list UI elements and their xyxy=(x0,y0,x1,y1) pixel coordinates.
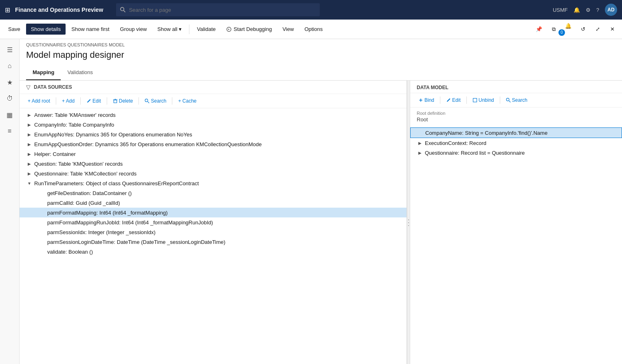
window-icon[interactable]: ⧉ xyxy=(547,23,560,36)
delete-icon xyxy=(113,99,118,103)
show-name-first-button[interactable]: Show name first xyxy=(66,24,114,35)
breadcrumb: QUESTIONNAIRES QUESTIONNAIRES MODEL xyxy=(20,39,622,48)
expand-icon[interactable]: ⤢ xyxy=(591,23,604,36)
list-item[interactable]: ▶ ExecutionContext: Record xyxy=(410,138,622,148)
chevron-right-icon: ▶ xyxy=(417,140,423,146)
chevron-right-icon xyxy=(39,190,46,196)
svg-line-10 xyxy=(509,101,510,103)
chevron-right-icon xyxy=(39,200,46,206)
root-def-value: Root xyxy=(417,116,615,123)
dm-edit-icon xyxy=(446,98,451,103)
cmd-right-icons: 📌 ⧉ 🔔 0 ↺ ⤢ ✕ xyxy=(532,20,619,39)
ds-toolbar: + Add root + Add Edit Delete xyxy=(20,94,407,108)
chevron-right-icon: ▶ xyxy=(26,141,33,147)
delete-button[interactable]: Delete xyxy=(110,96,136,105)
list-item[interactable]: parmFormatMappingRunJobId: Int64 (Int64 … xyxy=(20,217,407,227)
ds-header: ▽ DATA SOURCES xyxy=(20,81,407,94)
page-title: Model mapping designer xyxy=(20,48,622,65)
list-item[interactable]: ▶ EnumAppNoYes: Dynamics 365 for Operati… xyxy=(20,129,407,139)
sidebar-workspaces-icon[interactable]: ▦ xyxy=(2,107,17,122)
pin-icon[interactable]: 📌 xyxy=(532,23,545,36)
settings-icon[interactable]: ⚙ xyxy=(586,7,591,13)
commandbar: Save Show details Show name first Group … xyxy=(0,20,622,39)
list-item[interactable]: ▶ EnumAppQuestionOrder: Dynamics 365 for… xyxy=(20,139,407,149)
cache-button[interactable]: + Cache xyxy=(175,96,200,105)
dm-search-button[interactable]: Search xyxy=(503,96,531,105)
avatar[interactable]: AD xyxy=(605,4,617,16)
notification-badge: 0 xyxy=(558,29,565,36)
data-model-panel: DATA MODEL Bind Edit Unbind xyxy=(410,81,622,364)
list-item[interactable]: getFileDestination: DataContainer () xyxy=(20,188,407,198)
chevron-right-icon xyxy=(39,239,46,245)
list-item[interactable]: CompanyName: String = CompanyInfo.'find(… xyxy=(410,127,622,138)
topbar-right: USMF 🔔 ⚙ ? AD xyxy=(553,4,617,16)
list-item[interactable]: ▶ Helper: Container xyxy=(20,149,407,159)
close-icon[interactable]: ✕ xyxy=(606,23,619,36)
chevron-right-icon xyxy=(39,229,46,235)
page-search-input[interactable] xyxy=(129,7,316,13)
group-view-button[interactable]: Group view xyxy=(115,24,152,35)
svg-line-7 xyxy=(148,102,149,103)
list-item[interactable]: ▶ Question: Table 'KMQuestion' records xyxy=(20,159,407,169)
refresh-icon[interactable]: ↺ xyxy=(576,23,589,36)
dm-sep-2 xyxy=(466,96,467,104)
edit-button[interactable]: Edit xyxy=(83,96,104,105)
dm-sep-3 xyxy=(500,96,500,104)
chevron-right-icon xyxy=(39,219,46,226)
root-def-label: Root definition xyxy=(417,111,615,116)
list-item[interactable]: ▶ CompanyInfo: Table CompanyInfo xyxy=(20,120,407,129)
svg-line-1 xyxy=(124,11,125,12)
toolbar-sep-1 xyxy=(56,97,56,105)
dm-edit-button[interactable]: Edit xyxy=(443,96,464,105)
list-item[interactable]: ▶ Questionnaire: Record list = Questionn… xyxy=(410,148,622,158)
unbind-icon xyxy=(473,98,477,103)
panel-divider[interactable]: ⋮ xyxy=(407,81,410,364)
list-item[interactable]: parmCallId: Guid (Guid _callId) xyxy=(20,198,407,208)
validate-button[interactable]: Validate xyxy=(192,24,220,35)
list-item[interactable]: validate: Boolean () xyxy=(20,247,407,257)
notification-icon[interactable]: 🔔 xyxy=(574,7,580,13)
separator-1 xyxy=(189,24,189,34)
unbind-button[interactable]: Unbind xyxy=(469,96,497,105)
search-button[interactable]: Search xyxy=(141,96,169,105)
tab-validations[interactable]: Validations xyxy=(61,65,99,80)
sidebar: ☰ ⌂ ★ ⏱ ▦ ≡ xyxy=(0,39,20,364)
options-button[interactable]: Options xyxy=(299,24,327,35)
app-title: Finance and Operations Preview xyxy=(15,7,103,13)
help-icon[interactable]: ? xyxy=(596,7,599,13)
search-icon xyxy=(120,7,125,13)
show-details-button[interactable]: Show details xyxy=(26,24,66,35)
add-root-button[interactable]: + Add root xyxy=(24,96,53,105)
list-item[interactable]: ▶ Answer: Table 'KMAnswer' records xyxy=(20,110,407,120)
tab-mapping[interactable]: Mapping xyxy=(26,65,61,80)
add-button[interactable]: + Add xyxy=(59,96,78,105)
sidebar-recent-icon[interactable]: ⏱ xyxy=(2,91,17,106)
save-button[interactable]: Save xyxy=(3,24,25,35)
toolbar-sep-4 xyxy=(138,97,139,105)
list-item[interactable]: parmSessionIdx: Integer (Integer _sessio… xyxy=(20,227,407,237)
toolbar-sep-2 xyxy=(80,97,81,105)
svg-point-6 xyxy=(145,99,148,102)
bind-button[interactable]: Bind xyxy=(415,96,437,105)
show-all-button[interactable]: Show all ▾ xyxy=(152,24,187,35)
root-definition: Root definition Root xyxy=(410,107,622,126)
svg-rect-8 xyxy=(473,99,477,102)
sidebar-menu-icon[interactable]: ☰ xyxy=(2,42,17,57)
dm-toolbar: Bind Edit Unbind Search xyxy=(410,93,622,107)
chevron-icon xyxy=(417,129,424,136)
sidebar-modules-icon[interactable]: ≡ xyxy=(2,124,17,138)
bind-icon xyxy=(418,98,423,103)
start-debugging-button[interactable]: Start Debugging xyxy=(221,24,277,35)
dm-header: DATA MODEL xyxy=(410,81,622,93)
list-item[interactable]: ▼ RunTimeParameters: Object of class Que… xyxy=(20,178,407,188)
list-item[interactable]: parmFormatMapping: Int64 (Int64 _formatM… xyxy=(20,208,407,217)
list-item[interactable]: ▶ Questionnaire: Table 'KMCollection' re… xyxy=(20,169,407,178)
grid-icon[interactable]: ⊞ xyxy=(5,6,10,14)
view-button[interactable]: View xyxy=(277,24,299,35)
tabs-container: Mapping Validations xyxy=(20,65,622,81)
filter-icon[interactable]: ▽ xyxy=(26,84,31,90)
svg-point-9 xyxy=(506,98,509,101)
list-item[interactable]: parmSessionLoginDateTime: DateTime (Date… xyxy=(20,237,407,247)
sidebar-home-icon[interactable]: ⌂ xyxy=(2,59,17,73)
sidebar-favorites-icon[interactable]: ★ xyxy=(2,75,17,90)
